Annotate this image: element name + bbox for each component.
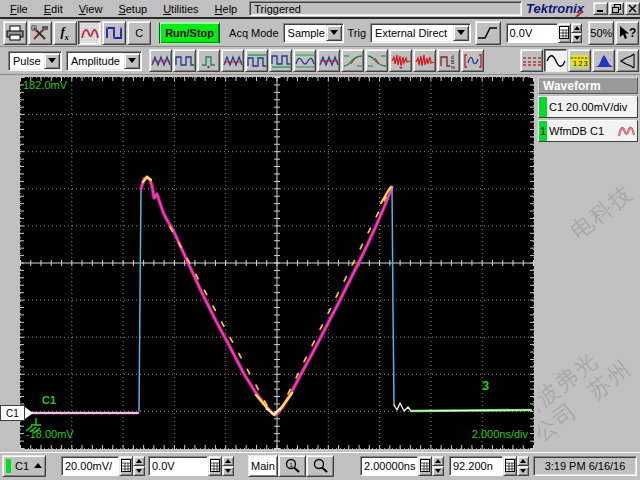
measure-low-button[interactable] [269,49,292,72]
minimize-button[interactable] [593,2,608,15]
spin-down[interactable] [222,466,234,476]
spin-down[interactable] [571,33,582,43]
channel-marker-arrow [25,407,33,419]
cursors-button[interactable] [520,49,543,72]
trigger-level-keypad-button[interactable] [558,23,571,43]
tools-button[interactable] [28,21,52,45]
spin-up[interactable] [571,23,582,33]
gated-measure-icon [463,53,483,69]
horizontal-mode-button[interactable]: Main [248,455,278,477]
spin-down[interactable] [432,466,444,476]
waveform-row-c1[interactable]: C1 20.00mV/div [538,96,638,118]
vertical-offset-keypad-button[interactable] [208,456,222,476]
menu-setup[interactable]: Setup [110,1,155,17]
chevron-down-icon [574,36,580,40]
horizontal-scale-keypad-button[interactable] [418,456,432,476]
measure-mean-button[interactable] [317,49,340,72]
trigger-level-input[interactable] [506,23,558,43]
trigger-level-spinner[interactable] [571,23,582,43]
vertical-offset-input[interactable] [148,456,208,476]
waveform-display-button[interactable] [78,21,102,45]
dbm-measure-icon: dBm [439,53,459,69]
close-button[interactable] [625,2,640,15]
horizontal-delay-keypad-button[interactable] [503,456,517,476]
category-dropdown-arrow[interactable] [44,53,60,69]
spin-up[interactable] [517,456,529,466]
spin-down[interactable] [133,466,145,476]
histogram-icon [594,53,614,69]
menu-utilities[interactable]: Utilities [155,1,206,17]
trace-layer-rise-edge [139,189,141,411]
peaks-measure-icon [223,53,243,69]
histogram-button[interactable] [592,49,615,72]
chevron-up-icon [574,26,580,30]
measure-amplitude-button[interactable] [149,49,172,72]
menu-edit[interactable]: Edit [36,1,71,17]
menu-view[interactable]: View [71,1,111,17]
chevron-up-icon [34,463,42,468]
spin-up[interactable] [133,456,145,466]
measure-pos-width-button[interactable] [197,49,220,72]
measure-burst-min-button[interactable] [389,49,412,72]
menu-bar: File Edit View Setup Utilities Help Trig… [0,0,640,19]
channel-select-button[interactable]: C1 [2,455,46,477]
pulse-display-button[interactable] [102,21,126,45]
vertical-scale-spinner[interactable] [133,456,145,476]
measure-peaks-button[interactable] [221,49,244,72]
trigger-dropdown-arrow[interactable] [453,25,469,41]
menu-file[interactable]: File [2,1,36,17]
horizontal-delay-spinner[interactable] [517,456,529,476]
display-zoom-button[interactable]: 50% [588,21,614,45]
measure-dropdown-arrow[interactable] [124,53,140,69]
measure-period-button[interactable] [173,49,196,72]
keypad-icon [121,459,131,472]
chevron-down-icon [48,58,56,63]
math-fx-button[interactable]: fx [53,21,77,45]
vertical-horizontal-control-bar: C1 Main 1 3:19 PM 6/16/16 [0,452,640,479]
menu-help[interactable]: Help [207,1,246,17]
spin-up[interactable] [222,456,234,466]
measure-type-select[interactable]: Amplitude [66,51,142,71]
measure-dbm-button[interactable]: dBm [437,49,460,72]
zoom-2-button[interactable] [306,455,334,477]
restore-icon [612,4,621,13]
horizontal-delay-input[interactable] [449,456,503,476]
restore-button[interactable] [609,2,624,15]
acq-mode-dropdown-arrow[interactable] [326,25,342,41]
measure-pkpk-button[interactable] [293,49,316,72]
zoom-1-button[interactable]: 1 [278,455,306,477]
waveform-row-label: C1 20.00mV/div [547,101,637,113]
measure-high-button[interactable] [245,49,268,72]
trigger-slope-button[interactable] [475,21,501,45]
run-stop-button[interactable]: Run/Stop [159,22,220,44]
horizontal-scale-spinner[interactable] [432,456,444,476]
measure-rise-time-button[interactable] [341,49,364,72]
chevron-up-icon [225,459,231,463]
measure-burst-max-button[interactable] [413,49,436,72]
measure-fall-time-button[interactable] [365,49,388,72]
vertical-scale-input[interactable] [61,456,119,476]
context-help-button[interactable]: ? [615,21,639,45]
vertical-offset-spinner[interactable] [222,456,234,476]
trace-label: C1 [42,394,56,406]
measure-gated-button[interactable] [461,49,484,72]
print-button[interactable] [3,21,27,45]
readout-123-icon: 123 [570,53,590,69]
clear-label: C [135,27,143,39]
horizontal-scale-input[interactable] [360,456,418,476]
vertical-histogram-button[interactable] [616,49,639,72]
readouts-button[interactable]: 123 [568,49,591,72]
vertical-scale-keypad-button[interactable] [119,456,133,476]
waveform-row-wfmdb[interactable]: 1 WfmDB C1 [538,120,638,142]
main-toolbar: fx C Run/Stop Acq Mode Sample Trig Exter… [0,19,640,47]
clear-button[interactable]: C [127,21,151,45]
pos-width-measure-icon [199,53,219,69]
spin-up[interactable] [432,456,444,466]
measure-category-select[interactable]: Pulse [8,51,62,71]
acq-mode-select[interactable]: Sample [283,23,344,43]
channel-marker[interactable]: C1 [0,405,25,421]
burst-max-icon [415,53,435,69]
spin-down[interactable] [517,466,529,476]
trigger-source-select[interactable]: External Direct [370,23,471,43]
waveform-view-button[interactable] [544,49,567,72]
